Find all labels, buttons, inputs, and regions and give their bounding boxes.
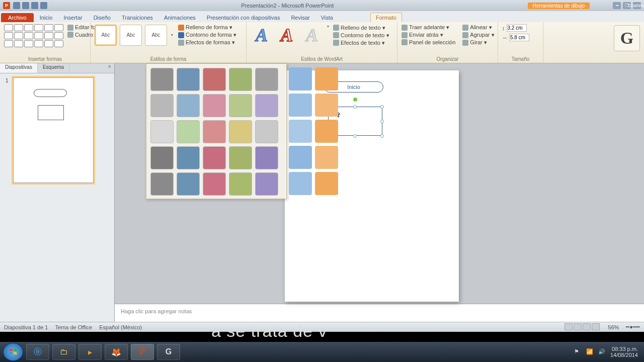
style-swatch[interactable] (255, 172, 278, 196)
style-swatch[interactable] (315, 94, 338, 117)
resize-handle[interactable] (380, 134, 384, 138)
shape-fill-button[interactable]: Relleno de forma ▾ (178, 24, 236, 31)
style-swatch[interactable] (203, 68, 226, 91)
shape-width-input[interactable]: ↔ (502, 34, 539, 41)
align-button[interactable]: Alinear ▾ (462, 24, 494, 31)
view-buttons[interactable] (565, 323, 601, 331)
style-swatch[interactable] (289, 94, 312, 117)
resize-handle[interactable] (380, 105, 384, 109)
style-swatch[interactable] (229, 68, 252, 91)
style-swatch[interactable] (289, 67, 312, 90)
selection-pane-button[interactable]: Panel de selección (401, 39, 455, 45)
group-size: Tamaño (502, 56, 539, 62)
style-swatch[interactable] (255, 146, 278, 169)
shape-effects-button[interactable]: Efectos de formas ▾ (178, 39, 236, 46)
gallery-more-icon[interactable]: ▾ (171, 33, 173, 37)
style-swatch[interactable] (315, 146, 338, 169)
style-swatch[interactable] (177, 146, 200, 169)
style-swatch[interactable] (150, 94, 174, 117)
status-lang[interactable]: Español (México) (99, 324, 142, 330)
minimize-button[interactable]: ━ (613, 2, 621, 9)
zoom-level[interactable]: 56% (608, 324, 619, 330)
style-swatch[interactable] (289, 120, 312, 143)
style-swatch[interactable] (229, 146, 252, 169)
style-swatch[interactable] (289, 172, 312, 195)
taskbar-clock[interactable]: 08:33 p.m.14/08/2014 (610, 346, 638, 358)
resize-handle[interactable] (353, 105, 357, 109)
style-swatch[interactable] (150, 172, 174, 196)
taskbar-media-icon[interactable]: ▸ (78, 344, 102, 360)
zoom-slider[interactable]: ━●━━ (626, 324, 640, 330)
style-swatch[interactable] (203, 172, 226, 196)
tab-diseno[interactable]: Diseño (89, 13, 116, 22)
gallery-extra-column[interactable] (315, 63, 338, 195)
notes-pane[interactable]: Haga clic para agregar notas (115, 304, 644, 322)
slide-canvas[interactable]: Inicio (115, 63, 644, 304)
close-panel-icon[interactable]: × (105, 63, 114, 73)
tab-vista[interactable]: Vista (316, 13, 338, 22)
style-swatch[interactable] (203, 94, 226, 117)
taskbar-app-icon[interactable]: G (157, 344, 180, 360)
tab-revisar[interactable]: Revisar (286, 13, 314, 22)
text-fill-button[interactable]: Relleno de texto ▾ (333, 25, 389, 31)
style-swatch[interactable] (177, 172, 200, 196)
shapes-gallery[interactable] (4, 24, 63, 47)
taskbar-explorer-icon[interactable]: 🗀 (52, 344, 75, 360)
taskbar-powerpoint-icon[interactable]: P (131, 344, 154, 360)
resize-handle[interactable] (380, 120, 384, 123)
style-swatch[interactable] (150, 146, 174, 169)
shape-styles-gallery[interactable]: Abc Abc Abc ▾ (95, 25, 173, 46)
style-swatch[interactable] (177, 68, 200, 91)
style-swatch[interactable] (203, 146, 226, 169)
tab-transiciones[interactable]: Transiciones (117, 13, 158, 22)
style-swatch[interactable] (177, 120, 200, 143)
style-swatch[interactable] (229, 94, 252, 117)
tab-file[interactable]: Archivo (1, 13, 34, 22)
start-button[interactable] (3, 343, 23, 361)
gallery-extra-column[interactable] (289, 63, 312, 195)
tab-animaciones[interactable]: Animaciones (159, 13, 201, 22)
wordart-more-icon[interactable]: ▾ (327, 24, 329, 46)
rotation-handle-icon[interactable] (353, 98, 357, 102)
style-swatch[interactable] (255, 94, 278, 117)
style-swatch[interactable] (150, 68, 174, 91)
style-swatch[interactable] (229, 120, 252, 143)
text-outline-button[interactable]: Contorno de texto ▾ (333, 32, 389, 39)
wordart-gallery[interactable]: A A A ▾ (251, 24, 329, 46)
style-swatch[interactable] (150, 120, 174, 143)
tab-formato[interactable]: Formato (370, 13, 402, 22)
addon-large-button[interactable]: G (614, 25, 640, 51)
bring-forward-button[interactable]: Traer adelante ▾ (401, 24, 455, 31)
text-effects-button[interactable]: Efectos de texto ▾ (333, 40, 389, 46)
tray-flag-icon[interactable]: ⚑ (574, 348, 581, 355)
style-swatch[interactable] (289, 146, 312, 169)
addon-badge[interactable]: Gramma (633, 2, 641, 9)
rotate-button[interactable]: Girar ▾ (462, 39, 494, 46)
tray-volume-icon[interactable]: 🔊 (598, 348, 605, 355)
quick-access-toolbar[interactable] (13, 2, 47, 9)
tray-network-icon[interactable]: 📶 (586, 348, 593, 355)
shape-height-input[interactable]: ↕ (502, 24, 539, 32)
system-tray[interactable]: ⚑ 📶 🔊 08:33 p.m.14/08/2014 (574, 346, 641, 358)
taskbar-ie-icon[interactable]: ⓔ (26, 344, 49, 360)
resize-handle[interactable] (353, 134, 357, 138)
taskbar-firefox-icon[interactable]: 🦊 (105, 344, 128, 360)
shape-outline-button[interactable]: Contorno de forma ▾ (178, 32, 236, 38)
send-backward-button[interactable]: Enviar atrás ▾ (401, 32, 455, 38)
style-swatch[interactable] (255, 120, 278, 143)
group-button[interactable]: Agrupar ▾ (462, 32, 494, 38)
slide-thumbnail[interactable]: 1 (13, 77, 94, 183)
tab-inicio[interactable]: Inicio (35, 13, 58, 22)
style-swatch[interactable] (315, 120, 338, 143)
shape-styles-dropdown-gallery[interactable] (146, 63, 287, 199)
style-swatch[interactable] (255, 68, 278, 91)
tab-presentacion[interactable]: Presentación con diapositivas (202, 13, 285, 22)
style-swatch[interactable] (315, 67, 338, 90)
tab-insertar[interactable]: Insertar (58, 13, 87, 22)
sidetab-outline[interactable]: Esquema (38, 63, 69, 73)
sidetab-slides[interactable]: Diapositivas (0, 63, 38, 73)
style-swatch[interactable] (229, 172, 252, 196)
style-swatch[interactable] (203, 120, 226, 143)
style-swatch[interactable] (315, 172, 338, 195)
style-swatch[interactable] (177, 94, 200, 117)
